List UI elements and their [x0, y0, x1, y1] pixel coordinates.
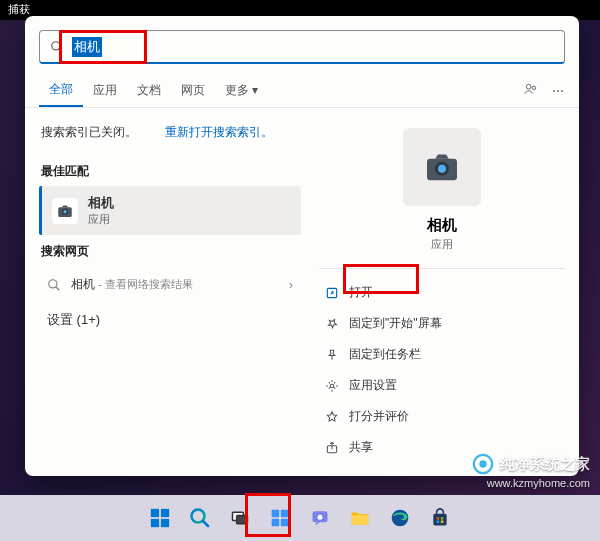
detail-column: 相机 应用 打开 固定到"开始"屏幕 固定到任务栏 应用设置	[305, 108, 579, 474]
svg-line-8	[56, 286, 60, 290]
svg-point-11	[438, 165, 446, 173]
action-pin-taskbar[interactable]: 固定到任务栏	[319, 339, 565, 370]
camera-icon	[422, 147, 462, 187]
action-label: 打分并评价	[349, 408, 409, 425]
search-box-container: 相机	[25, 16, 579, 74]
best-match-item[interactable]: 相机 应用	[39, 186, 301, 235]
action-label: 共享	[349, 439, 373, 456]
svg-rect-37	[437, 521, 440, 524]
web-search-item[interactable]: 相机 - 查看网络搜索结果 ›	[39, 266, 301, 303]
watermark-url: www.kzmyhome.com	[472, 477, 590, 489]
tab-all[interactable]: 全部	[39, 74, 83, 107]
task-view-button[interactable]	[223, 501, 257, 535]
app-tile[interactable]	[403, 128, 481, 206]
edge-button[interactable]	[383, 501, 417, 535]
section-search-web: 搜索网页	[41, 243, 301, 260]
best-match-title: 相机	[88, 194, 114, 212]
store-button[interactable]	[423, 501, 457, 535]
svg-line-23	[203, 521, 208, 526]
svg-point-3	[532, 86, 536, 90]
settings-results[interactable]: 设置 (1+)	[39, 303, 301, 337]
search-panel: 相机 全部 应用 文档 网页 更多 ▾ ⋯ 搜索索引已关闭。 重新打开搜索索引。…	[25, 16, 579, 476]
detail-app-name: 相机	[427, 216, 457, 235]
svg-point-7	[49, 279, 57, 287]
svg-rect-25	[237, 516, 248, 524]
web-search-subtitle: - 查看网络搜索结果	[98, 278, 193, 290]
svg-rect-34	[433, 514, 446, 526]
tab-more[interactable]: 更多 ▾	[215, 74, 268, 107]
start-button[interactable]	[143, 501, 177, 535]
account-icon[interactable]	[524, 82, 538, 99]
index-off-message: 搜索索引已关闭。	[41, 124, 137, 141]
share-icon	[325, 441, 339, 455]
svg-rect-27	[281, 510, 289, 518]
svg-rect-28	[272, 519, 280, 527]
reopen-index-link[interactable]: 重新打开搜索索引。	[165, 124, 273, 141]
explorer-button[interactable]	[343, 501, 377, 535]
watermark: 纯净系统之家 www.kzmyhome.com	[472, 453, 590, 489]
actions-list: 打开 固定到"开始"屏幕 固定到任务栏 应用设置 打分并评价	[319, 277, 565, 463]
action-label: 打开	[349, 284, 373, 301]
star-icon	[325, 410, 339, 424]
svg-rect-20	[151, 519, 159, 527]
action-label: 固定到任务栏	[349, 346, 421, 363]
index-status-row: 搜索索引已关闭。 重新打开搜索索引。	[39, 118, 301, 155]
action-label: 固定到"开始"屏幕	[349, 315, 442, 332]
watermark-logo-icon	[472, 453, 494, 475]
taskbar	[0, 495, 600, 541]
gear-icon	[325, 379, 339, 393]
svg-point-0	[52, 41, 60, 49]
best-match-subtitle: 应用	[88, 212, 114, 227]
svg-rect-36	[441, 517, 444, 520]
options-icon[interactable]: ⋯	[552, 84, 565, 98]
search-input[interactable]: 相机	[39, 30, 565, 64]
results-column: 搜索索引已关闭。 重新打开搜索索引。 最佳匹配 相机 应用 搜索网页 相机	[25, 108, 305, 474]
pin-icon	[325, 348, 339, 362]
taskbar-search-button[interactable]	[183, 501, 217, 535]
tab-apps[interactable]: 应用	[83, 74, 127, 107]
svg-rect-35	[437, 517, 440, 520]
action-label: 应用设置	[349, 377, 397, 394]
search-icon	[47, 278, 61, 292]
action-rate[interactable]: 打分并评价	[319, 401, 565, 432]
tab-web[interactable]: 网页	[171, 74, 215, 107]
chevron-right-icon: ›	[289, 277, 293, 292]
svg-rect-38	[441, 521, 444, 524]
svg-point-6	[63, 210, 66, 213]
content-area: 搜索索引已关闭。 重新打开搜索索引。 最佳匹配 相机 应用 搜索网页 相机	[25, 108, 579, 474]
svg-rect-32	[352, 515, 369, 524]
svg-line-1	[59, 48, 63, 52]
search-query-text: 相机	[72, 37, 102, 57]
svg-rect-19	[161, 509, 169, 517]
best-match-text: 相机 应用	[88, 194, 114, 227]
camera-app-icon	[52, 198, 78, 224]
widgets-button[interactable]	[263, 501, 297, 535]
svg-point-2	[526, 84, 531, 89]
open-icon	[325, 286, 339, 300]
svg-point-14	[330, 384, 334, 388]
section-best-match: 最佳匹配	[41, 163, 301, 180]
svg-point-17	[479, 460, 486, 467]
web-search-term: 相机	[71, 277, 95, 291]
action-open[interactable]: 打开	[319, 277, 565, 308]
svg-rect-21	[161, 519, 169, 527]
detail-app-type: 应用	[431, 237, 453, 252]
chat-button[interactable]	[303, 501, 337, 535]
svg-rect-26	[272, 510, 280, 518]
search-icon	[50, 40, 64, 54]
svg-point-31	[318, 515, 323, 520]
filter-tabs: 全部 应用 文档 网页 更多 ▾ ⋯	[25, 74, 579, 108]
action-pin-start[interactable]: 固定到"开始"屏幕	[319, 308, 565, 339]
pin-icon	[325, 317, 339, 331]
divider	[319, 268, 565, 269]
watermark-brand: 纯净系统之家	[500, 455, 590, 474]
svg-rect-29	[281, 519, 289, 527]
svg-rect-18	[151, 509, 159, 517]
action-app-settings[interactable]: 应用设置	[319, 370, 565, 401]
tab-documents[interactable]: 文档	[127, 74, 171, 107]
